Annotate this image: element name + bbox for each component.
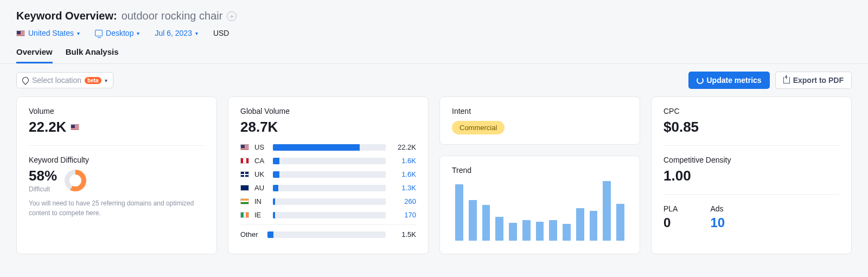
- tab-bulk-analysis[interactable]: Bulk Analysis: [66, 47, 119, 63]
- export-pdf-button[interactable]: Export to PDF: [775, 72, 852, 89]
- export-pdf-label: Export to PDF: [793, 76, 844, 85]
- volume-label: Volume: [29, 107, 205, 115]
- desktop-icon: [95, 30, 103, 36]
- flag-icon: [240, 185, 249, 191]
- trend-bar: [495, 217, 503, 241]
- intent-card: Intent Commercial: [439, 96, 640, 145]
- density-value: 1.00: [663, 168, 839, 184]
- date-filter[interactable]: Jul 6, 2023 ▾: [155, 29, 198, 37]
- country-code: CA: [254, 157, 267, 165]
- device-filter-label: Desktop: [106, 29, 133, 37]
- country-value[interactable]: 1.3K: [391, 184, 416, 192]
- global-volume-value: 28.7K: [240, 119, 416, 136]
- country-code: UK: [254, 170, 267, 178]
- bar-track: [273, 212, 386, 218]
- kd-label: Keyword Difficulty: [29, 156, 205, 164]
- trend-bar: [549, 220, 557, 241]
- volume-card: Volume 22.2K Keyword Difficulty 58% Diff…: [16, 96, 217, 254]
- country-value: 22.2K: [391, 143, 416, 151]
- export-icon: [783, 77, 790, 83]
- country-value[interactable]: 1.6K: [391, 157, 416, 165]
- cpc-label: CPC: [663, 107, 839, 115]
- trend-label: Trend: [452, 166, 628, 175]
- page-title-label: Keyword Overview:: [16, 10, 117, 22]
- country-code: AU: [254, 184, 267, 192]
- update-metrics-button[interactable]: Update metrics: [688, 72, 770, 89]
- country-value[interactable]: 170: [391, 211, 416, 219]
- country-code: US: [254, 143, 267, 151]
- location-placeholder: Select location: [32, 76, 81, 85]
- country-row-other: Other 1.5K: [240, 230, 416, 239]
- country-code: IE: [254, 211, 267, 219]
- intent-label: Intent: [452, 107, 628, 115]
- intent-badge: Commercial: [452, 121, 505, 134]
- other-label: Other: [240, 230, 262, 239]
- country-code: IN: [254, 197, 267, 205]
- country-value[interactable]: 1.6K: [391, 170, 416, 178]
- country-row: CA1.6K: [240, 157, 416, 165]
- trend-bar: [590, 211, 598, 241]
- trend-bar: [469, 200, 477, 241]
- trend-bar: [616, 204, 624, 241]
- trend-bar: [509, 223, 517, 241]
- chevron-down-icon: ▾: [195, 30, 198, 36]
- pla-label: PLA: [663, 204, 678, 213]
- density-label: Competitive Density: [663, 156, 839, 164]
- location-pin-icon: [21, 76, 30, 85]
- date-filter-label: Jul 6, 2023: [155, 29, 192, 37]
- country-filter[interactable]: United States ▾: [16, 29, 80, 37]
- global-volume-card: Global Volume 28.7K US22.2KCA1.6KUK1.6KA…: [228, 96, 429, 254]
- trend-bar: [603, 181, 611, 241]
- kd-donut-chart: [65, 170, 86, 191]
- country-row: US22.2K: [240, 143, 416, 151]
- country-row: UK1.6K: [240, 170, 416, 178]
- bar-track: [273, 171, 386, 178]
- bar-fill: [273, 158, 279, 164]
- trend-chart: [452, 181, 628, 241]
- currency-label: USD: [213, 29, 229, 37]
- global-volume-label: Global Volume: [240, 107, 416, 115]
- ads-value[interactable]: 10: [710, 215, 725, 230]
- kd-value: 58%: [29, 168, 57, 184]
- country-row: AU1.3K: [240, 184, 416, 192]
- volume-value: 22.2K: [29, 119, 205, 136]
- beta-badge: beta: [85, 77, 101, 84]
- trend-bar: [522, 220, 531, 241]
- trend-bar: [536, 222, 544, 241]
- chevron-down-icon: ▾: [77, 30, 80, 36]
- cpc-value: $0.85: [663, 119, 839, 136]
- flag-icon: [240, 198, 249, 204]
- device-filter[interactable]: Desktop ▾: [95, 29, 139, 37]
- refresh-icon: [697, 77, 704, 84]
- bar-track: [267, 231, 386, 238]
- flag-icon: [240, 144, 249, 150]
- kd-level: Difficult: [29, 185, 57, 193]
- country-value[interactable]: 260: [391, 197, 416, 205]
- trend-bar: [455, 184, 463, 241]
- other-value: 1.5K: [391, 230, 416, 239]
- bar-fill: [273, 171, 279, 178]
- volume-number: 22.2K: [29, 119, 66, 136]
- bar-fill: [273, 198, 275, 205]
- trend-bar: [482, 205, 490, 241]
- bar-fill: [273, 144, 360, 151]
- us-flag-icon: [71, 124, 79, 130]
- flag-icon: [240, 212, 249, 218]
- bar-fill: [267, 231, 273, 238]
- trend-bar: [576, 208, 584, 241]
- country-row: IE170: [240, 211, 416, 219]
- bar-track: [273, 198, 386, 205]
- location-select[interactable]: Select location beta ▾: [16, 72, 113, 88]
- flag-icon: [240, 171, 249, 177]
- bar-track: [273, 185, 386, 191]
- trend-card: Trend: [439, 156, 640, 254]
- chevron-down-icon: ▾: [137, 30, 139, 36]
- flag-icon: [240, 158, 249, 164]
- add-keyword-button[interactable]: +: [227, 11, 237, 21]
- tab-overview[interactable]: Overview: [16, 47, 53, 63]
- page-title-keyword: outdoor rocking chair: [122, 10, 223, 22]
- us-flag-icon: [16, 30, 25, 36]
- cpc-card: CPC $0.85 Competitive Density 1.00 PLA 0…: [651, 96, 852, 254]
- bar-track: [273, 158, 386, 164]
- update-metrics-label: Update metrics: [707, 76, 762, 85]
